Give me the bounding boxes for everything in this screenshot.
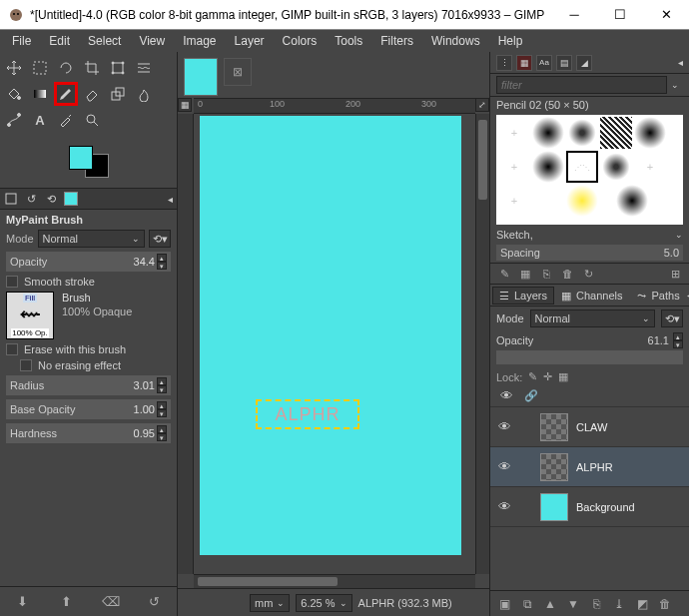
refresh-brush-icon[interactable]: ↻: [580, 266, 596, 282]
layer-opacity-slider[interactable]: [496, 350, 683, 364]
gradient-tool[interactable]: [28, 82, 52, 106]
menu-select[interactable]: Select: [80, 32, 129, 50]
layer-thumb[interactable]: [540, 493, 568, 521]
brush-filter-input[interactable]: [496, 76, 667, 94]
duplicate-brush-icon[interactable]: ⎘: [538, 266, 554, 282]
delete-brush-icon[interactable]: 🗑: [559, 266, 575, 282]
tab-fonts-icon[interactable]: Aa: [536, 55, 552, 71]
opacity-down[interactable]: ▾: [157, 262, 167, 270]
close-button[interactable]: ✕: [643, 0, 689, 30]
dock-menu-icon[interactable]: ◂: [168, 194, 173, 205]
radius-value[interactable]: 3.01: [113, 379, 157, 391]
minimize-button[interactable]: ─: [551, 0, 597, 30]
canvas[interactable]: ALPHR: [194, 114, 475, 574]
eye-icon[interactable]: 👁: [496, 459, 512, 474]
text-tool[interactable]: A: [28, 108, 52, 132]
hardness-up[interactable]: ▴: [157, 425, 167, 433]
tab-tool-options-icon[interactable]: [4, 192, 18, 206]
tab-device-icon[interactable]: ↺: [24, 192, 38, 206]
quickmask-toggle[interactable]: ▦: [178, 98, 192, 112]
smooth-stroke-checkbox[interactable]: [6, 276, 18, 288]
tab-brushes-icon[interactable]: ⋮: [496, 55, 512, 71]
document-close-button[interactable]: ⊠: [224, 58, 252, 86]
brush-grid[interactable]: + + ⋰⋱ + +: [496, 115, 683, 225]
tab-undo-icon[interactable]: ⟲: [44, 192, 58, 206]
warp-tool[interactable]: [132, 56, 156, 80]
chevron-down-icon[interactable]: ⌄: [675, 230, 683, 240]
menu-layer[interactable]: Layer: [227, 32, 273, 50]
lock-position-icon[interactable]: ✛: [543, 370, 552, 383]
tab-history-icon[interactable]: ▤: [556, 55, 572, 71]
duplicate-layer-icon[interactable]: ⎘: [588, 596, 604, 612]
menu-windows[interactable]: Windows: [423, 32, 488, 50]
mypaint-brush-tool[interactable]: [54, 82, 78, 106]
layer-mode-select[interactable]: Normal⌄: [530, 309, 655, 327]
color-swatches[interactable]: [0, 140, 177, 188]
clone-tool[interactable]: [106, 82, 130, 106]
delete-options-icon[interactable]: ⌫: [102, 593, 120, 611]
radius-down[interactable]: ▾: [157, 385, 167, 393]
erase-checkbox[interactable]: [6, 343, 18, 355]
tab-patterns-icon[interactable]: ▦: [516, 55, 532, 71]
layer-thumb[interactable]: [540, 453, 568, 481]
tab-layers[interactable]: ☰Layers: [492, 287, 554, 305]
hardness-value[interactable]: 0.95: [113, 427, 157, 439]
smudge-tool[interactable]: [132, 82, 156, 106]
vertical-scrollbar[interactable]: [475, 114, 489, 574]
merge-layer-icon[interactable]: ⤓: [611, 596, 627, 612]
chevron-down-icon[interactable]: ⌄: [667, 80, 683, 90]
color-picker-tool[interactable]: [54, 108, 78, 132]
menu-edit[interactable]: Edit: [41, 32, 78, 50]
delete-layer-icon[interactable]: 🗑: [657, 596, 673, 612]
unit-select[interactable]: mm⌄: [250, 594, 290, 612]
rect-select-tool[interactable]: [28, 56, 52, 80]
bucket-tool[interactable]: [2, 82, 26, 106]
layer-row[interactable]: 👁 ALPHR: [490, 447, 689, 487]
layer-mode-sync[interactable]: ⟲▾: [661, 309, 683, 327]
new-layer-icon[interactable]: ▣: [496, 596, 512, 612]
ruler-horizontal[interactable]: 0 100 200 300: [194, 98, 475, 114]
new-group-icon[interactable]: ⧉: [519, 596, 535, 612]
layer-thumb[interactable]: [540, 413, 568, 441]
new-brush-icon[interactable]: ▦: [517, 266, 533, 282]
hardness-down[interactable]: ▾: [157, 433, 167, 441]
radius-up[interactable]: ▴: [157, 377, 167, 385]
brushes-dock-menu-icon[interactable]: ◂: [678, 57, 683, 68]
layer-name[interactable]: Background: [576, 501, 635, 513]
mode-select[interactable]: Normal⌄: [38, 230, 145, 248]
tab-channels[interactable]: ▦Channels: [554, 287, 629, 305]
eraser-tool[interactable]: [80, 82, 104, 106]
free-select-tool[interactable]: [54, 56, 78, 80]
menu-filters[interactable]: Filters: [372, 32, 421, 50]
maximize-button[interactable]: ☐: [597, 0, 643, 30]
reset-options-icon[interactable]: ↺: [146, 593, 164, 611]
brush-preview[interactable]: Fill ⬳ 100% Op.: [6, 292, 54, 339]
zoom-tool[interactable]: [80, 108, 104, 132]
move-tool[interactable]: [2, 56, 26, 80]
eye-icon[interactable]: 👁: [496, 419, 512, 434]
crop-tool[interactable]: [80, 56, 104, 80]
tab-gradient-icon[interactable]: ◢: [576, 55, 592, 71]
edit-brush-icon[interactable]: ✎: [496, 266, 512, 282]
transform-tool[interactable]: [106, 56, 130, 80]
layer-row[interactable]: 👁 Background: [490, 487, 689, 527]
horizontal-scrollbar[interactable]: [194, 574, 475, 588]
menu-image[interactable]: Image: [175, 32, 224, 50]
menu-file[interactable]: File: [4, 32, 39, 50]
tab-images-icon[interactable]: [64, 192, 78, 206]
layer-opacity-up[interactable]: ▴: [673, 332, 683, 340]
lower-layer-icon[interactable]: ▼: [565, 596, 581, 612]
spacing-slider[interactable]: Spacing 5.0: [496, 245, 683, 261]
baseop-up[interactable]: ▴: [157, 401, 167, 409]
opacity-up[interactable]: ▴: [157, 254, 167, 262]
mode-sync-button[interactable]: ⟲▾: [149, 230, 171, 248]
zoom-select[interactable]: 6.25 %⌄: [296, 594, 351, 612]
layer-name[interactable]: ALPHR: [576, 461, 613, 473]
fg-color-swatch[interactable]: [69, 146, 93, 170]
tab-paths[interactable]: ⤳Paths: [630, 287, 687, 305]
ruler-vertical[interactable]: [178, 114, 194, 574]
document-thumb[interactable]: [184, 58, 218, 96]
menu-colors[interactable]: Colors: [275, 32, 326, 50]
noerase-checkbox[interactable]: [20, 359, 32, 371]
brush-tag-label[interactable]: Sketch,: [496, 229, 533, 241]
